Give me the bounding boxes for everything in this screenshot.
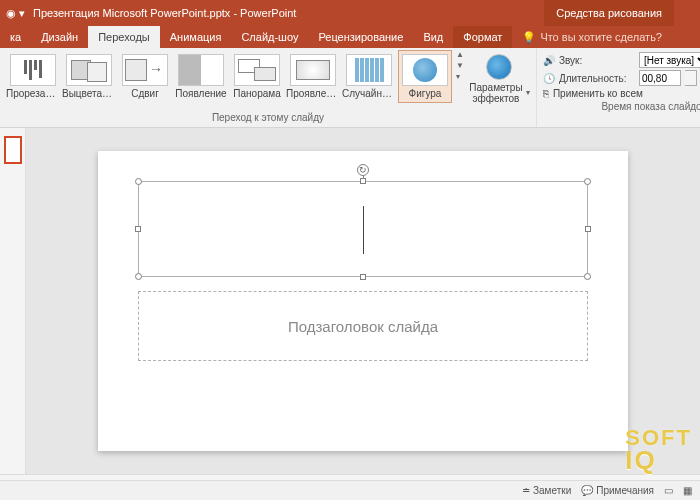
tab-transitions[interactable]: Переходы: [88, 26, 160, 48]
transition-gallery-more[interactable]: ▲▼▾: [454, 50, 466, 81]
chevron-down-icon: ▾: [526, 89, 530, 98]
title-bar: ◉ ▾ Презентация Microsoft PowerPoint.ppt…: [0, 0, 700, 26]
notes-toggle[interactable]: ≐Заметки: [522, 485, 571, 496]
notes-toggle-label: Заметки: [533, 485, 571, 496]
tellme-label: Что вы хотите сделать?: [540, 31, 662, 43]
workspace: Подзаголовок слайда: [0, 128, 700, 474]
resize-handle-s[interactable]: [360, 274, 366, 280]
transition-shift[interactable]: Сдвиг: [118, 50, 172, 103]
tab-format[interactable]: Формат: [453, 26, 512, 48]
autosave-icon[interactable]: ◉ ▾: [6, 7, 25, 20]
sound-icon: 🔊: [543, 55, 555, 66]
notes-icon: ≐: [522, 485, 530, 496]
clock-icon: 🕓: [543, 73, 555, 84]
view-normal-button[interactable]: ▭: [664, 485, 673, 496]
duration-input[interactable]: [639, 70, 681, 86]
comments-toggle-label: Примечания: [596, 485, 654, 496]
document-title: Презентация Microsoft PowerPoint.pptx - …: [33, 7, 296, 19]
tab-slideshow[interactable]: Слайд-шоу: [231, 26, 308, 48]
transition-cut-label: Прорезание: [6, 88, 60, 99]
duration-label: Длительность:: [559, 73, 635, 84]
effect-options-label: Параметры эффектов: [468, 82, 524, 104]
contextual-tab-label: Средства рисования: [544, 0, 674, 26]
transition-reveal-label: Появление: [174, 88, 228, 99]
comments-icon: 💬: [581, 485, 593, 496]
ribbon-tabs: ка Дизайн Переходы Анимация Слайд-шоу Ре…: [0, 26, 700, 48]
ribbon: Прорезание Выцветание Сдвиг Появление Па…: [0, 48, 700, 128]
comments-toggle[interactable]: 💬Примечания: [581, 485, 654, 496]
resize-handle-w[interactable]: [135, 226, 141, 232]
tab-review[interactable]: Рецензирование: [308, 26, 413, 48]
effect-options-icon: [486, 54, 512, 80]
apply-all-icon: ⎘: [543, 88, 549, 99]
transition-random[interactable]: Случайные...: [342, 50, 396, 103]
apply-to-all-button[interactable]: Применить ко всем: [553, 88, 643, 99]
transition-panorama[interactable]: Панорама: [230, 50, 284, 103]
tab-view[interactable]: Вид: [413, 26, 453, 48]
timing-group: 🔊 Звук: [Нет звука] 🕓 Длительность: ⎘ Пр…: [537, 48, 700, 127]
duration-spinner[interactable]: [685, 70, 697, 86]
transition-group-label: Переход к этому слайду: [6, 112, 530, 125]
resize-handle-n[interactable]: [360, 178, 366, 184]
tab-animations[interactable]: Анимация: [160, 26, 232, 48]
transition-fade-label: Выцветание: [62, 88, 116, 99]
subtitle-placeholder-text: Подзаголовок слайда: [288, 318, 438, 335]
resize-handle-e[interactable]: [585, 226, 591, 232]
transition-panorama-label: Панорама: [230, 88, 284, 99]
lightbulb-icon: 💡: [522, 31, 536, 44]
transition-shape-label: Фигура: [398, 88, 452, 99]
title-placeholder[interactable]: [138, 181, 588, 277]
sound-label: Звук:: [559, 55, 635, 66]
resize-handle-se[interactable]: [584, 273, 591, 280]
transition-random-label: Случайные...: [342, 88, 396, 99]
transition-fade[interactable]: Выцветание: [62, 50, 116, 103]
slide-canvas-area[interactable]: Подзаголовок слайда: [26, 128, 700, 474]
slide-thumbnail-panel[interactable]: [0, 128, 26, 474]
tab-tellme[interactable]: 💡 Что вы хотите сделать?: [512, 26, 672, 48]
slide[interactable]: Подзаголовок слайда: [98, 151, 628, 451]
transition-cut[interactable]: Прорезание: [6, 50, 60, 103]
resize-handle-ne[interactable]: [584, 178, 591, 185]
rotate-handle[interactable]: [357, 164, 369, 176]
transition-shift-label: Сдвиг: [118, 88, 172, 99]
subtitle-placeholder[interactable]: Подзаголовок слайда: [138, 291, 588, 361]
slide-thumbnail-1[interactable]: [4, 136, 22, 164]
tab-design[interactable]: Дизайн: [31, 26, 88, 48]
effect-options-button[interactable]: Параметры эффектов▾: [468, 50, 530, 108]
resize-handle-nw[interactable]: [135, 178, 142, 185]
view-sorter-button[interactable]: ▦: [683, 485, 692, 496]
timing-group-label: Время показа слайдов: [543, 101, 700, 114]
status-bar: ≐Заметки 💬Примечания ▭ ▦: [0, 480, 700, 500]
transition-reveal[interactable]: Появление: [174, 50, 228, 103]
transition-emerge-label: Проявление: [286, 88, 340, 99]
text-cursor: [363, 206, 364, 254]
resize-handle-sw[interactable]: [135, 273, 142, 280]
tab-home[interactable]: ка: [0, 26, 31, 48]
sound-select[interactable]: [Нет звука]: [639, 52, 700, 68]
transition-shape[interactable]: Фигура: [398, 50, 452, 103]
transition-emerge[interactable]: Проявление: [286, 50, 340, 103]
